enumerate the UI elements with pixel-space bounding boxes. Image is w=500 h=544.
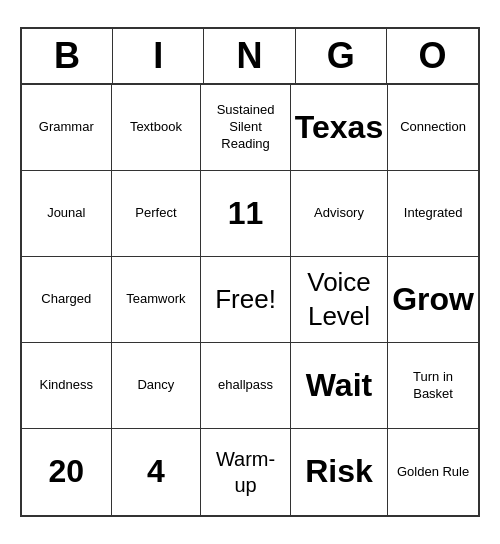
bingo-cell: Kindness [22,343,112,429]
cell-text: Sustained Silent Reading [205,102,286,153]
cell-text: ehallpass [218,377,273,394]
cell-text: Grow [392,279,474,321]
bingo-cell: Warm-up [201,429,291,515]
cell-text: Connection [400,119,466,136]
cell-text: Turn in Basket [392,369,474,403]
bingo-cell: Turn in Basket [388,343,478,429]
cell-text: Wait [306,365,372,407]
cell-text: Jounal [47,205,85,222]
cell-text: Dancy [137,377,174,394]
bingo-cell: Wait [291,343,388,429]
bingo-grid: GrammarTextbookSustained Silent ReadingT… [22,85,478,515]
bingo-cell: Textbook [112,85,202,171]
bingo-cell: Free! [201,257,291,343]
header-letter: G [296,29,387,83]
cell-text: Risk [305,451,373,493]
bingo-cell: Grow [388,257,478,343]
bingo-cell: Integrated [388,171,478,257]
cell-text: Warm-up [205,446,286,498]
bingo-header: BINGO [22,29,478,85]
bingo-cell: Voice Level [291,257,388,343]
cell-text: Golden Rule [397,464,469,481]
cell-text: 20 [49,451,85,493]
cell-text: Advisory [314,205,364,222]
bingo-card: BINGO GrammarTextbookSustained Silent Re… [20,27,480,517]
bingo-cell: Connection [388,85,478,171]
bingo-cell: Jounal [22,171,112,257]
bingo-cell: Dancy [112,343,202,429]
bingo-cell: 4 [112,429,202,515]
bingo-cell: Risk [291,429,388,515]
bingo-cell: ehallpass [201,343,291,429]
cell-text: Voice Level [295,266,383,334]
header-letter: I [113,29,204,83]
cell-text: Perfect [135,205,176,222]
cell-text: Integrated [404,205,463,222]
cell-text: Grammar [39,119,94,136]
bingo-cell: Texas [291,85,388,171]
bingo-cell: 20 [22,429,112,515]
cell-text: Texas [295,107,383,149]
bingo-cell: Charged [22,257,112,343]
cell-text: 4 [147,451,165,493]
cell-text: Charged [41,291,91,308]
cell-text: 11 [228,193,264,235]
header-letter: N [204,29,295,83]
header-letter: O [387,29,478,83]
cell-text: Textbook [130,119,182,136]
bingo-cell: Perfect [112,171,202,257]
bingo-cell: 11 [201,171,291,257]
bingo-cell: Grammar [22,85,112,171]
bingo-cell: Sustained Silent Reading [201,85,291,171]
header-letter: B [22,29,113,83]
cell-text: Kindness [40,377,93,394]
cell-text: Teamwork [126,291,185,308]
cell-text: Free! [215,283,276,317]
bingo-cell: Golden Rule [388,429,478,515]
bingo-cell: Advisory [291,171,388,257]
bingo-cell: Teamwork [112,257,202,343]
